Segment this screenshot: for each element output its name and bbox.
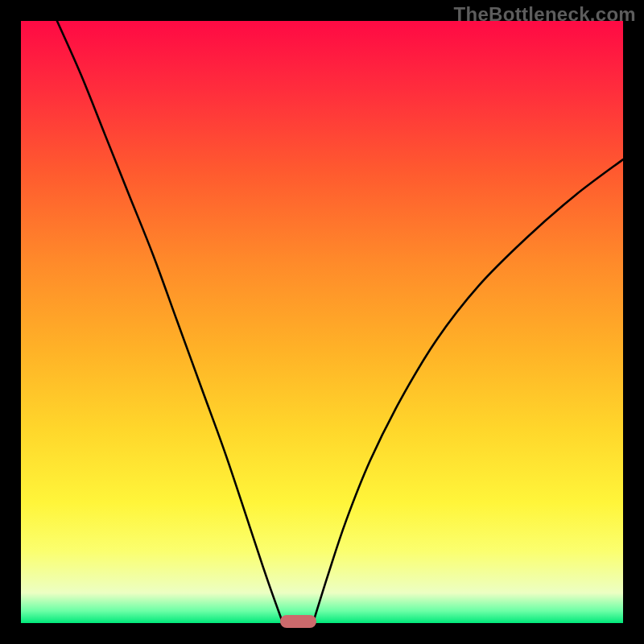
watermark-text: TheBottleneck.com — [454, 3, 636, 26]
plot-area — [21, 21, 623, 623]
optimal-marker — [280, 615, 316, 628]
chart-frame: TheBottleneck.com — [0, 0, 644, 644]
